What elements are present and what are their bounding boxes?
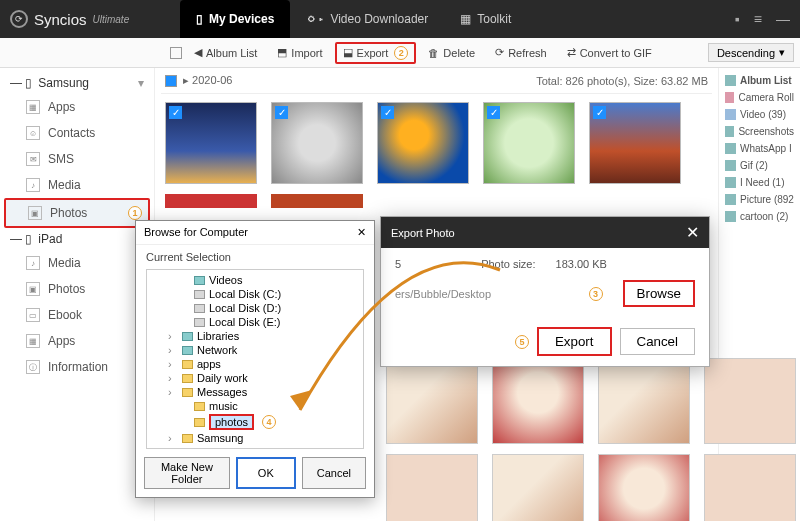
delete-button[interactable]: 🗑Delete [420,44,483,62]
folder-icon [182,434,193,443]
photo-thumb[interactable]: ✓ [483,102,575,184]
album-item[interactable]: Picture (892 [723,191,796,208]
photo-thumb[interactable] [492,454,584,521]
sort-dropdown[interactable]: Descending▾ [708,43,794,62]
sidebar-contacts[interactable]: ☺Contacts [0,120,154,146]
folder-icon [725,194,736,205]
tab-label: My Devices [209,12,274,26]
photo-thumb[interactable]: ✓ [165,102,257,184]
folder-checkbox[interactable] [165,75,177,87]
photo-thumb[interactable] [492,358,584,444]
tree-item[interactable]: ›apps [150,357,360,371]
convert-icon: ⇄ [567,46,576,59]
album-item[interactable]: WhatsApp I [723,140,796,157]
photo-thumb[interactable]: ✓ [271,102,363,184]
album-item[interactable]: Screenshots [723,123,796,140]
grid-icon: ▦ [460,12,471,26]
tree-item[interactable]: Local Disk (E:) [150,315,360,329]
dialog-title: Export Photo [391,227,455,239]
sidebar-apps[interactable]: ▦Apps [0,94,154,120]
browse-for-computer-dialog: Browse for Computer✕ Current Selection V… [135,220,375,498]
tab-my-devices[interactable]: ▯ My Devices [180,0,290,38]
album-item[interactable]: I Need (1) [723,174,796,191]
export-button[interactable]: ⬓Export2 [335,42,417,64]
album-list-button[interactable]: ◀Album List [186,43,265,62]
folder-icon [194,418,205,427]
refresh-button[interactable]: ⟳Refresh [487,43,555,62]
tree-item[interactable]: Local Disk (D:) [150,301,360,315]
photo-thumb[interactable] [704,454,796,521]
tab-label: Toolkit [477,12,511,26]
app-logo: ⟳ Syncios Ultimate [10,10,180,28]
size-label: Photo size: [481,258,535,270]
tree-item[interactable]: music [150,399,360,413]
gallery-summary: Total: 826 photo(s), Size: 63.82 MB [536,75,708,87]
album-item[interactable]: Camera Roll [723,89,796,106]
photo-thumb[interactable] [386,358,478,444]
export-cancel-button[interactable]: Cancel [620,328,696,355]
tree-item[interactable]: ›Samsung [150,431,360,445]
select-all-checkbox[interactable] [170,47,182,59]
photo-thumb[interactable] [598,358,690,444]
photo-thumb[interactable] [704,358,796,444]
export-icon: ⬓ [343,46,353,59]
convert-gif-button[interactable]: ⇄Convert to GIF [559,43,660,62]
export-photo-dialog: Export Photo✕ 5 Photo size: 183.00 KB er… [380,216,710,367]
cancel-button[interactable]: Cancel [302,457,366,489]
photo-thumb[interactable] [386,454,478,521]
minimize-icon[interactable]: — [776,11,790,27]
folder-icon [725,143,736,154]
tab-toolkit[interactable]: ▦ Toolkit [444,0,527,38]
sidebar-ipad-photos[interactable]: ▣Photos [0,276,154,302]
tab-video-downloader[interactable]: ⭘▸ Video Downloader [290,0,444,38]
check-icon: ✓ [275,106,288,119]
close-icon[interactable]: ✕ [357,226,366,239]
device-sidebar: — ▯ Samsung▾ ▦Apps ☺Contacts ✉SMS ♪Media… [0,68,155,521]
back-icon: ◀ [194,46,202,59]
dialog-subtitle: Current Selection [136,245,374,269]
tree-item[interactable]: ›Daily work [150,371,360,385]
browse-button[interactable]: Browse [623,280,695,307]
make-new-folder-button[interactable]: Make New Folder [144,457,230,489]
menu-icon[interactable]: ≡ [754,11,762,27]
device-samsung[interactable]: — ▯ Samsung▾ [0,72,154,94]
close-icon[interactable]: ✕ [686,223,699,242]
chat-icon[interactable]: ▪ [735,11,740,27]
tree-item[interactable]: Local Disk (C:) [150,287,360,301]
sidebar-ipad-apps[interactable]: ▦Apps [0,328,154,354]
album-item[interactable]: Video (39) [723,106,796,123]
phone-icon: ▯ [196,12,203,26]
import-button[interactable]: ⬒Import [269,43,330,62]
sidebar-ipad-info[interactable]: ⓘInformation [0,354,154,380]
sidebar-media[interactable]: ♪Media [0,172,154,198]
folder-tree[interactable]: VideosLocal Disk (C:)Local Disk (D:)Loca… [146,269,364,449]
panel-title: Album List [740,75,792,86]
photo-thumb[interactable]: ✓ [589,102,681,184]
edition-text: Ultimate [93,14,130,25]
tree-item[interactable]: photos4 [150,413,360,431]
folder-icon [194,290,205,299]
device-ipad[interactable]: — ▯ iPad▾ [0,228,154,250]
photo-thumb-partial[interactable] [165,194,257,208]
photo-thumb[interactable] [598,454,690,521]
export-confirm-button[interactable]: Export [537,327,612,356]
sidebar-ipad-ebook[interactable]: ▭Ebook [0,302,154,328]
media-icon: ♪ [26,256,40,270]
album-item[interactable]: cartoon (2) [723,208,796,225]
tree-item[interactable]: ›Messages [150,385,360,399]
apps-icon: ▦ [26,100,40,114]
photo-thumb[interactable]: ✓ [377,102,469,184]
tree-item[interactable]: ›Network [150,343,360,357]
sidebar-photos[interactable]: ▣Photos1 [4,198,150,228]
sidebar-sms[interactable]: ✉SMS [0,146,154,172]
tree-item[interactable]: Videos [150,273,360,287]
album-item[interactable]: Gif (2) [723,157,796,174]
sidebar-ipad-media[interactable]: ♪Media [0,250,154,276]
hint-badge-1: 1 [128,206,142,220]
folder-name: 2020-06 [192,74,232,86]
tree-item[interactable]: ›Libraries [150,329,360,343]
folder-icon [194,304,205,313]
folder-icon [182,346,193,355]
ok-button[interactable]: OK [236,457,296,489]
photo-thumb-partial[interactable] [271,194,363,208]
